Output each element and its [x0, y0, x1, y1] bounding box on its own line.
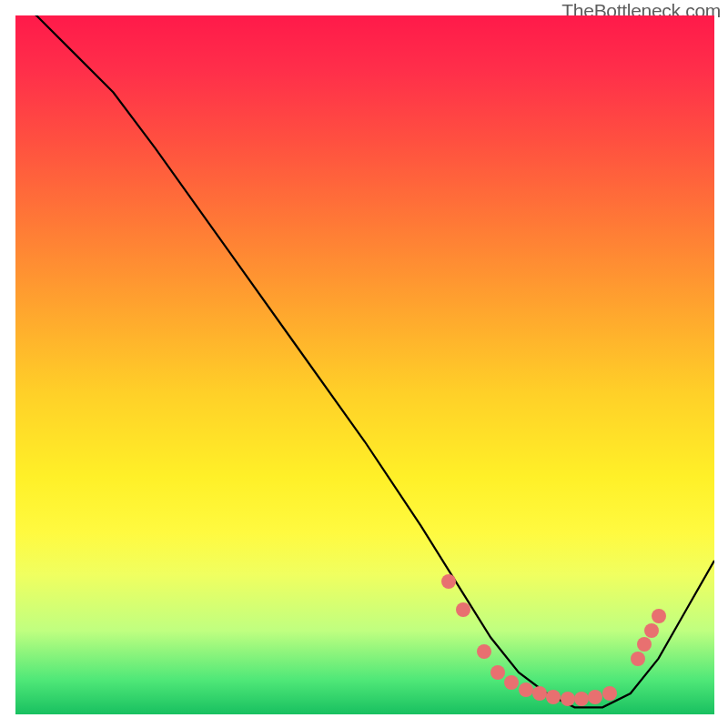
data-marker [637, 637, 652, 652]
data-marker [561, 692, 575, 706]
data-marker [631, 652, 645, 666]
data-marker [441, 574, 456, 589]
data-marker [546, 690, 561, 704]
data-marker [477, 644, 491, 659]
data-marker [644, 623, 659, 638]
data-marker [652, 609, 666, 623]
data-marker [574, 692, 589, 706]
data-marker [504, 675, 519, 690]
data-marker [519, 682, 533, 697]
data-marker [602, 686, 617, 701]
data-marker [490, 665, 505, 680]
marker-layer [15, 15, 714, 714]
chart-container: TheBottleneck.com [0, 0, 728, 728]
data-marker [456, 602, 470, 617]
data-marker [532, 686, 547, 701]
data-marker [588, 690, 602, 704]
